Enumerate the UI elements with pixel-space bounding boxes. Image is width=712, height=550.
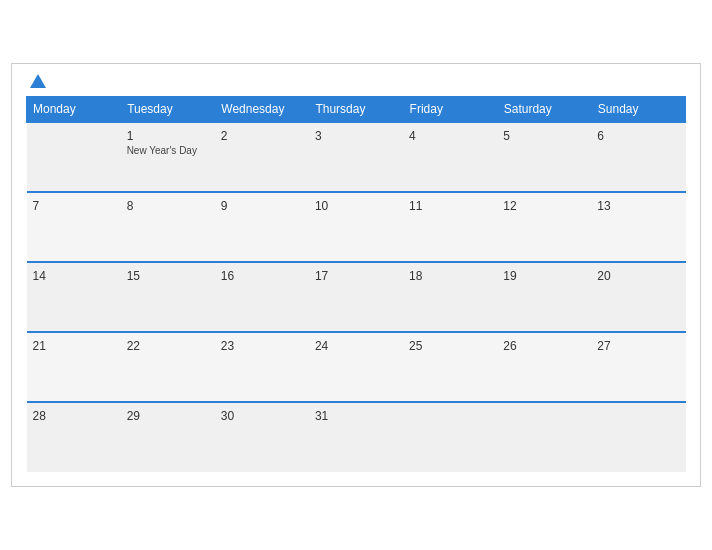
day-number: 13 <box>597 199 679 213</box>
calendar-cell: 19 <box>497 262 591 332</box>
calendar-header <box>26 74 686 88</box>
day-number: 19 <box>503 269 585 283</box>
day-number: 6 <box>597 129 679 143</box>
day-number: 16 <box>221 269 303 283</box>
calendar-container: MondayTuesdayWednesdayThursdayFridaySatu… <box>11 63 701 487</box>
calendar-cell: 26 <box>497 332 591 402</box>
weekday-header-row: MondayTuesdayWednesdayThursdayFridaySatu… <box>27 97 686 123</box>
day-number: 15 <box>127 269 209 283</box>
day-number: 21 <box>33 339 115 353</box>
calendar-cell: 30 <box>215 402 309 472</box>
calendar-cell: 17 <box>309 262 403 332</box>
day-number: 28 <box>33 409 115 423</box>
weekday-header-tuesday: Tuesday <box>121 97 215 123</box>
calendar-cell: 27 <box>591 332 685 402</box>
day-number: 30 <box>221 409 303 423</box>
day-number: 3 <box>315 129 397 143</box>
day-number: 18 <box>409 269 491 283</box>
calendar-cell <box>497 402 591 472</box>
calendar-cell: 22 <box>121 332 215 402</box>
calendar-cell: 3 <box>309 122 403 192</box>
day-number: 29 <box>127 409 209 423</box>
calendar-cell: 24 <box>309 332 403 402</box>
day-number: 17 <box>315 269 397 283</box>
calendar-cell <box>591 402 685 472</box>
calendar-cell: 20 <box>591 262 685 332</box>
calendar-cell: 14 <box>27 262 121 332</box>
calendar-cell: 11 <box>403 192 497 262</box>
week-row-3: 14151617181920 <box>27 262 686 332</box>
day-number: 4 <box>409 129 491 143</box>
logo-triangle-icon <box>30 74 46 88</box>
calendar-cell: 5 <box>497 122 591 192</box>
calendar-cell: 21 <box>27 332 121 402</box>
weekday-header-monday: Monday <box>27 97 121 123</box>
day-number: 2 <box>221 129 303 143</box>
day-number: 20 <box>597 269 679 283</box>
day-number: 9 <box>221 199 303 213</box>
day-number: 26 <box>503 339 585 353</box>
calendar-thead: MondayTuesdayWednesdayThursdayFridaySatu… <box>27 97 686 123</box>
week-row-5: 28293031 <box>27 402 686 472</box>
calendar-cell: 12 <box>497 192 591 262</box>
weekday-header-sunday: Sunday <box>591 97 685 123</box>
day-number: 22 <box>127 339 209 353</box>
day-number: 14 <box>33 269 115 283</box>
week-row-4: 21222324252627 <box>27 332 686 402</box>
calendar-cell: 9 <box>215 192 309 262</box>
holiday-label: New Year's Day <box>127 145 209 156</box>
calendar-cell: 13 <box>591 192 685 262</box>
calendar-table: MondayTuesdayWednesdayThursdayFridaySatu… <box>26 96 686 472</box>
calendar-cell: 4 <box>403 122 497 192</box>
calendar-cell: 29 <box>121 402 215 472</box>
week-row-2: 78910111213 <box>27 192 686 262</box>
day-number: 12 <box>503 199 585 213</box>
calendar-cell: 25 <box>403 332 497 402</box>
day-number: 27 <box>597 339 679 353</box>
day-number: 24 <box>315 339 397 353</box>
logo <box>26 74 46 88</box>
calendar-cell <box>403 402 497 472</box>
day-number: 5 <box>503 129 585 143</box>
calendar-cell: 18 <box>403 262 497 332</box>
day-number: 11 <box>409 199 491 213</box>
day-number: 23 <box>221 339 303 353</box>
calendar-cell: 7 <box>27 192 121 262</box>
weekday-header-saturday: Saturday <box>497 97 591 123</box>
day-number: 25 <box>409 339 491 353</box>
day-number: 10 <box>315 199 397 213</box>
weekday-header-friday: Friday <box>403 97 497 123</box>
calendar-cell: 1New Year's Day <box>121 122 215 192</box>
weekday-header-thursday: Thursday <box>309 97 403 123</box>
calendar-cell: 10 <box>309 192 403 262</box>
day-number: 8 <box>127 199 209 213</box>
calendar-cell: 31 <box>309 402 403 472</box>
calendar-cell: 23 <box>215 332 309 402</box>
calendar-cell: 6 <box>591 122 685 192</box>
week-row-1: 1New Year's Day23456 <box>27 122 686 192</box>
calendar-cell <box>27 122 121 192</box>
day-number: 7 <box>33 199 115 213</box>
calendar-cell: 8 <box>121 192 215 262</box>
calendar-cell: 16 <box>215 262 309 332</box>
calendar-cell: 2 <box>215 122 309 192</box>
calendar-body: 1New Year's Day2345678910111213141516171… <box>27 122 686 472</box>
day-number: 31 <box>315 409 397 423</box>
day-number: 1 <box>127 129 209 143</box>
calendar-cell: 28 <box>27 402 121 472</box>
calendar-cell: 15 <box>121 262 215 332</box>
weekday-header-wednesday: Wednesday <box>215 97 309 123</box>
